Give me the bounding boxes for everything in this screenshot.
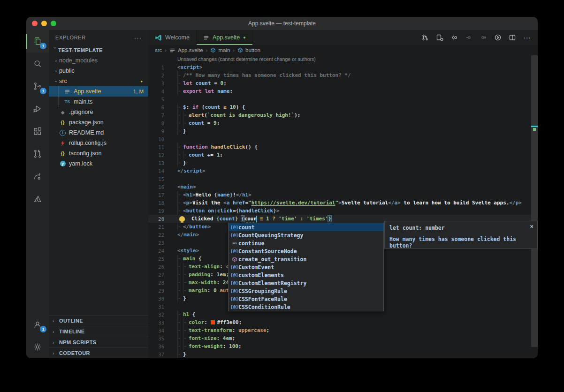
code-line-37[interactable]: 37→} [148, 350, 538, 358]
activity-item-extensions[interactable] [26, 120, 49, 143]
tab-app-svelte[interactable]: App.svelte● [197, 30, 253, 45]
activity-item-source-control[interactable]: 1 [26, 75, 49, 98]
sidebar-item-package-json[interactable]: {}package.json [49, 117, 148, 128]
suggestion-continue[interactable]: continue [229, 239, 383, 247]
github-pull-requests-icon [32, 149, 43, 159]
code-line-3[interactable]: 3→let count = 0; [148, 79, 538, 87]
breadcrumb-item-main[interactable]: main [210, 47, 230, 53]
run-icon[interactable] [494, 34, 502, 41]
code-line-12[interactable]: 12→→count += 1; [148, 151, 538, 159]
breadcrumb-item-app-svelte[interactable]: App.svelte [169, 47, 203, 53]
navigate-back-icon[interactable] [450, 34, 458, 41]
line-content: <main> [177, 183, 196, 191]
sidebar-item-src[interactable]: ›src● [49, 76, 148, 86]
code-line-16[interactable]: 16<main> [148, 183, 538, 191]
suggestion-constantsourcenode[interactable]: [@]ConstantSourceNode [229, 247, 383, 255]
code-line-8[interactable]: 8→→count = 9; [148, 119, 538, 127]
suggestion-countqueuingstrategy[interactable]: [@]CountQueuingStrategy [229, 231, 383, 239]
code-line-7[interactable]: 7→→alert(`count is dangerously high!`); [148, 111, 538, 119]
line-content: →<p>Visit the <a href="https://svelte.de… [177, 199, 522, 207]
code-line-6[interactable]: 6→$: if (count ≥ 10) { [148, 103, 538, 111]
suggestion-cssgroupingrule[interactable]: [@]CSSGroupingRule [229, 287, 383, 295]
sidebar-item-public[interactable]: ›public [49, 66, 148, 76]
close-window-button[interactable] [32, 21, 38, 26]
code-line-13[interactable]: 13→} [148, 159, 538, 167]
sidebar-title: EXPLORER [55, 35, 86, 40]
sidebar-panel-outline[interactable]: ›OUTLINE [49, 316, 148, 326]
code-line-35[interactable]: 35→→font-size: 4em; [148, 334, 538, 342]
code-line-36[interactable]: 36→→font-weight: 100; [148, 342, 538, 350]
sidebar-item-gitignore[interactable]: ◆.gitignore [49, 107, 148, 117]
activity-item-live-share[interactable] [26, 165, 49, 188]
source-control-icon[interactable] [421, 34, 429, 41]
code-line-11[interactable]: 11→function handleClick() { [148, 143, 538, 151]
sidebar-panel-timeline[interactable]: ›TIMELINE [49, 326, 148, 337]
sidebar-panel-codetour[interactable]: ›CODETOUR [49, 347, 148, 358]
suggestion-count[interactable]: [@]count [229, 223, 383, 231]
line-number: 5 [148, 97, 177, 102]
code-line-9[interactable]: 9→} [148, 127, 538, 135]
activity-item-settings[interactable] [26, 336, 49, 358]
suggest-docs-signature: let count: number [385, 221, 537, 231]
breadcrumb-item-button[interactable]: button [237, 47, 260, 53]
code-line-19[interactable]: 19→<button on:click={handleClick}> [148, 207, 538, 215]
code-line-34[interactable]: 34→→text-transform: uppercase; [148, 326, 538, 334]
suggestion-create-out-transition[interactable]: create_out_transition [229, 255, 383, 263]
suggestion-label: CSSGroupingRule [238, 288, 287, 294]
activity-item-github-pull-requests[interactable] [26, 143, 49, 165]
file-name: App.svelte [74, 88, 101, 95]
code-line-33[interactable]: 33→→color: #ff3e00; [148, 318, 538, 326]
activity-item-explorer[interactable]: 1 [26, 30, 49, 53]
editor-scrollbar[interactable] [531, 55, 538, 347]
chevron-right-icon: › [53, 68, 59, 74]
activity-item-azure[interactable] [26, 188, 49, 210]
suggestion-cssfontfacerule[interactable]: [@]CSSFontFaceRule [229, 295, 383, 303]
code-line-18[interactable]: 18→<p>Visit the <a href="https://svelte.… [148, 199, 538, 207]
line-content: →h1 { [177, 310, 196, 318]
sidebar-item-readme-md[interactable]: iREADME.md [49, 128, 148, 138]
line-content: →<h1>Hello {name}!</h1> [177, 191, 252, 199]
file-name: yarn.lock [69, 160, 92, 167]
code-line-32[interactable]: 32→h1 { [148, 310, 538, 318]
sidebar-item-yarn-lock[interactable]: yyarn.lock [49, 158, 148, 169]
vscode-window: App.svelte — test-template 111 EXPLORER … [26, 17, 538, 358]
open-changes-icon[interactable] [436, 34, 443, 41]
code-line-5[interactable]: 5 [148, 95, 538, 103]
code-line-1[interactable]: 1<script> [148, 63, 538, 71]
tree-root-test-template[interactable]: › TEST-TEMPLATE [49, 45, 148, 55]
suggestion-label: create_out_transition [238, 256, 306, 263]
suggestion-customevent[interactable]: [@]CustomEvent [229, 263, 383, 271]
code-line-17[interactable]: 17→<h1>Hello {name}!</h1> [148, 191, 538, 199]
sidebar-item-app-svelte[interactable]: App.svelte1, M [49, 86, 148, 97]
activity-item-search[interactable] [26, 53, 49, 75]
suggestion-customelementregistry[interactable]: [@]CustomElementRegistry [229, 279, 383, 287]
code-line-4[interactable]: 4→export let name; [148, 87, 538, 95]
minimize-window-button[interactable] [41, 21, 47, 26]
sidebar-item-main-ts[interactable]: TSmain.ts [49, 97, 148, 107]
sidebar-panel-npm-scripts[interactable]: ›NPM SCRIPTS [49, 337, 148, 347]
suggestion-customelements[interactable]: [@]customElements [229, 271, 383, 279]
sidebar-item-rollup-config-js[interactable]: rollup.config.js [49, 138, 148, 148]
sidebar-item-node-modules[interactable]: ›node_modules [49, 55, 148, 66]
code-line-2[interactable]: 2→/** How many times has someone clicked… [148, 71, 538, 79]
sidebar-more-actions-icon[interactable]: ··· [134, 34, 142, 41]
line-number: 20 [148, 216, 177, 222]
code-editor[interactable]: Unsaved changes (cannot determine recent… [148, 55, 538, 358]
line-number: 9 [148, 128, 177, 134]
more-actions-icon[interactable]: ··· [523, 34, 531, 41]
suggestion-cssconditionrule[interactable]: [@]CSSConditionRule [229, 303, 383, 311]
activity-item-run-debug[interactable] [26, 98, 49, 120]
zoom-window-button[interactable] [51, 21, 56, 26]
line-content: →let count = 0; [177, 79, 227, 87]
code-line-10[interactable]: 10 [148, 135, 538, 143]
close-icon[interactable]: × [530, 223, 534, 229]
code-line-14[interactable]: 14</script> [148, 167, 538, 175]
suggestion-label: ConstantSourceNode [238, 248, 297, 255]
lightbulb-icon[interactable] [179, 216, 185, 222]
split-editor-icon[interactable] [509, 34, 516, 41]
breadcrumb-item-src[interactable]: src [155, 47, 162, 53]
sidebar-item-tsconfig-json[interactable]: {}tsconfig.json [49, 148, 148, 158]
code-line-15[interactable]: 15 [148, 175, 538, 183]
activity-item-accounts[interactable]: 1 [26, 313, 49, 336]
tab-welcome[interactable]: Welcome [148, 30, 197, 45]
